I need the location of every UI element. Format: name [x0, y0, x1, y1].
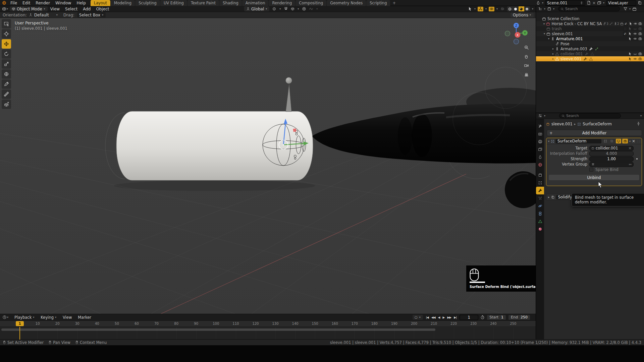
outliner-editor-icon[interactable]	[538, 7, 542, 11]
object-visibility-icon[interactable]	[468, 7, 472, 11]
filter-icon[interactable]	[623, 7, 628, 11]
next-key-button[interactable]: ▶▶	[446, 316, 452, 319]
render-visibility-icon[interactable]	[638, 32, 643, 36]
shading-solid-button[interactable]	[513, 6, 519, 11]
orientation-setting-value[interactable]: Default	[34, 13, 49, 17]
hide-eye-icon[interactable]	[633, 57, 638, 61]
chevron-down-icon[interactable]: ▾	[474, 7, 476, 10]
hide-eye-icon[interactable]	[633, 37, 638, 41]
unlink-scene-icon[interactable]: ×	[592, 1, 596, 5]
sparse-bind-checkbox[interactable]	[589, 168, 593, 172]
pin-icon[interactable]	[580, 1, 583, 5]
invert-vertex-group-icon[interactable]: ↔	[629, 163, 632, 166]
workspace-tab-layout[interactable]: Layout	[91, 0, 110, 6]
use-preview-range-icon[interactable]	[480, 315, 485, 319]
expander-icon[interactable]: ▸	[551, 57, 555, 60]
properties-tab-render[interactable]	[536, 130, 544, 138]
chevron-down-icon[interactable]: ▾	[640, 114, 642, 117]
add-modifier-button[interactable]: + Add Modifier	[547, 130, 642, 136]
chevron-down-icon[interactable]: ▾	[544, 7, 545, 10]
hide-eye-icon[interactable]	[633, 52, 638, 56]
timeline-menu-view[interactable]: View	[60, 315, 75, 320]
expander-icon[interactable]: ▾	[547, 37, 551, 40]
current-frame-field[interactable]: 1	[460, 315, 478, 320]
viewport-canvas[interactable]: User Perspective (1) sleeve.001 | sleeve…	[0, 18, 536, 314]
expander-icon[interactable]: ▸	[551, 47, 555, 50]
tool-add-cube[interactable]	[2, 100, 11, 109]
timeline-menu-playback[interactable]: Playback▾	[11, 315, 38, 320]
workspace-tab-compositing[interactable]: Compositing	[296, 0, 326, 6]
new-collection-icon[interactable]	[632, 7, 637, 11]
drag-mode-selector[interactable]: Select Box ▾	[77, 12, 106, 17]
menu-render[interactable]: Render	[33, 0, 53, 6]
chevron-down-icon[interactable]: ▾	[298, 7, 299, 10]
modifier-extras-icon[interactable]: ▾	[629, 140, 631, 143]
menu-view[interactable]: View	[48, 6, 62, 12]
timeline-editor-icon[interactable]	[2, 315, 7, 319]
tool-move[interactable]	[2, 39, 11, 49]
visibility-checkbox[interactable]	[623, 27, 628, 31]
xray-toggle[interactable]	[500, 7, 505, 11]
menu-window[interactable]: Window	[53, 0, 74, 6]
options-button[interactable]: Options ▾	[511, 13, 534, 17]
playhead-badge[interactable]: 1	[16, 321, 24, 326]
target-field[interactable]: collider.001 ×	[589, 146, 634, 151]
workspace-tab-scripting[interactable]: Scripting	[366, 0, 390, 6]
navigation-gizmo[interactable]: Z Y X	[503, 20, 530, 44]
properties-tab-particles[interactable]	[536, 194, 544, 202]
shading-material-button[interactable]	[519, 6, 524, 11]
properties-tab-output[interactable]	[536, 138, 544, 145]
render-visibility-icon[interactable]	[638, 27, 643, 31]
timeline-scrollbar[interactable]	[1, 328, 435, 331]
chevron-down-icon[interactable]: ▾	[7, 7, 8, 10]
workspace-tab-rendering[interactable]: Rendering	[269, 0, 295, 6]
workspace-tab-texture-paint[interactable]: Texture Paint	[187, 0, 219, 6]
menu-object[interactable]: Object	[93, 6, 112, 12]
chevron-down-icon[interactable]: ▾	[603, 1, 604, 4]
properties-tab-tool[interactable]	[536, 122, 544, 130]
outliner-row-armature-003[interactable]: ▸Armature.003	[536, 46, 644, 51]
chevron-down-icon[interactable]: ▾	[485, 7, 487, 10]
chevron-down-icon[interactable]: ▾	[316, 7, 318, 10]
animate-dot[interactable]	[636, 158, 638, 160]
show-viewport-toggle[interactable]	[616, 139, 622, 143]
outliner-search-input[interactable]: Search	[558, 6, 620, 11]
selectable-icon[interactable]	[628, 27, 633, 31]
frame-end-field[interactable]: End 250	[508, 315, 530, 320]
render-visibility-icon[interactable]	[638, 52, 643, 56]
add-workspace-button[interactable]: +	[390, 0, 398, 6]
tool-annotate[interactable]	[2, 79, 11, 89]
ortho-grid-icon[interactable]	[524, 72, 529, 78]
workspace-tab-animation[interactable]: Animation	[242, 0, 269, 6]
tool-scale[interactable]	[2, 59, 11, 69]
scene-name-field[interactable]: Scene.001	[545, 0, 585, 6]
dark-rod-object[interactable]	[312, 88, 536, 208]
display-mode-icon[interactable]	[547, 7, 551, 11]
properties-tab-world[interactable]	[536, 161, 544, 169]
menu-add[interactable]: Add	[80, 6, 93, 12]
show-overlays-toggle[interactable]	[489, 7, 494, 11]
camera-view-icon[interactable]	[524, 63, 529, 69]
hand-icon[interactable]	[524, 54, 529, 60]
properties-tab-constraints[interactable]	[536, 210, 544, 218]
play-reverse-button[interactable]: ◀	[437, 316, 441, 319]
outliner-row-pose[interactable]: Pose	[536, 41, 644, 46]
render-visibility-icon[interactable]	[638, 57, 643, 61]
play-button[interactable]: ▶	[441, 316, 445, 319]
tool-cursor-3d[interactable]	[2, 29, 11, 39]
menu-select[interactable]: Select	[62, 6, 80, 12]
outliner-row-sleeve-001[interactable]: ▾sleeve.001✓	[536, 31, 644, 36]
timeline-menu-keying[interactable]: Keying▾	[38, 315, 60, 320]
properties-tab-view-layer[interactable]	[536, 145, 544, 153]
tool-measure[interactable]	[2, 89, 11, 99]
on-cage-toggle[interactable]	[609, 139, 615, 143]
show-gizmo-toggle[interactable]	[478, 7, 483, 11]
jump-start-button[interactable]: |◀	[425, 316, 430, 319]
expander-icon[interactable]: ▸	[551, 52, 555, 55]
new-scene-icon[interactable]	[587, 1, 591, 5]
shading-wireframe-button[interactable]	[507, 6, 513, 11]
editor-type-icon[interactable]	[2, 7, 6, 11]
auto-key-button[interactable]: ○ ▾	[413, 315, 423, 320]
orientation-selector[interactable]: Global ▾	[244, 6, 269, 11]
expander-icon[interactable]: ▸	[542, 22, 546, 25]
